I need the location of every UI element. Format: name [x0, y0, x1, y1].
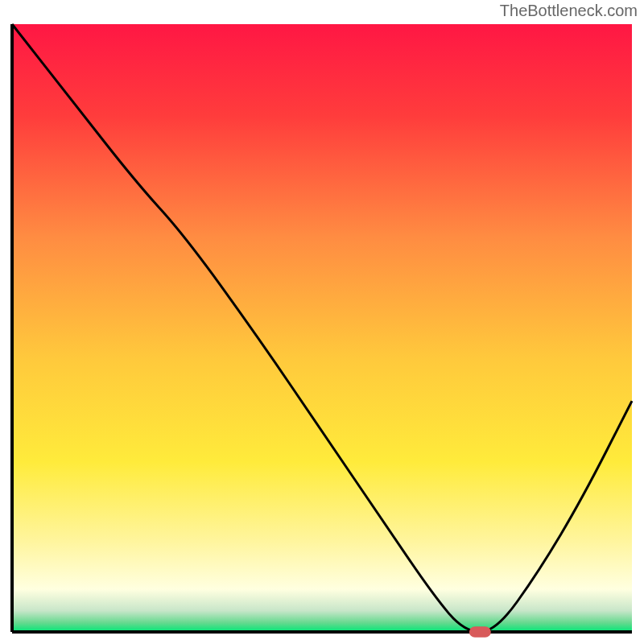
watermark-text: TheBottleneck.com — [500, 2, 638, 20]
bottleneck-chart: TheBottleneck.com — [0, 0, 644, 644]
plot-background — [12, 24, 632, 632]
chart-svg — [0, 0, 644, 644]
optimal-marker — [469, 626, 491, 638]
